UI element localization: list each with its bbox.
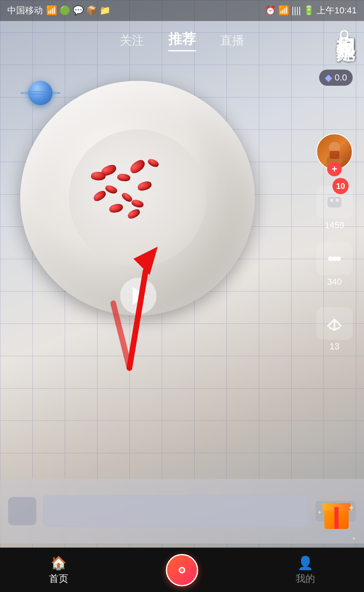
svg-rect-5 [328,197,341,207]
time-label: 上午10:41 [317,4,357,17]
comment-icon-box[interactable] [316,243,353,275]
status-left: 中国移动 📶 🟢 💬 📦 📁 [7,4,110,17]
gift-box [324,507,349,529]
svg-point-15 [180,568,184,572]
berry [92,189,107,203]
like-count-badge: 10 [332,178,349,194]
berry [91,171,106,181]
gift-ribbon [334,507,339,529]
svg-marker-12 [133,247,158,275]
battery-icon: 🔋 [303,5,314,16]
svg-line-13 [113,303,129,368]
berry [137,180,152,192]
share-count-label: 13 [330,341,339,352]
blur-text-block [43,495,309,527]
carrier-label: 中国移动 [7,4,43,17]
like-count-label: 1459 [325,220,345,230]
mine-icon: 👤 [297,555,313,571]
camera-button[interactable] [166,554,198,586]
like-area[interactable]: 1459 [316,186,353,230]
tab-follow[interactable]: 关注 [120,32,144,49]
diamond-value: 0.0 [334,72,347,83]
nav-mine[interactable]: 👤 我的 [296,555,315,585]
search-button[interactable] [338,28,353,47]
bottom-nav: 🏠 首页 👤 我的 [0,548,364,592]
bottom-content-area [0,479,364,543]
signal-bars: |||| [292,5,301,16]
tab-live[interactable]: 直播 [220,32,244,49]
svg-point-10 [336,256,341,261]
berry [147,157,160,169]
berry [117,173,131,182]
saturn-ball [28,81,53,105]
saturn-ring [20,91,61,95]
svg-point-6 [330,199,333,202]
avatar-container[interactable]: + [316,133,353,170]
follow-button[interactable]: + [327,162,342,176]
share-area[interactable]: 13 [316,307,353,352]
nav-home[interactable]: 🏠 首页 [49,555,68,585]
berry [104,184,118,195]
nav-tabs: 关注 推荐 直播 [0,24,364,57]
svg-line-11 [129,271,146,368]
wifi-icon: 📶 [278,5,289,16]
camera-icon-btn[interactable] [166,554,198,586]
home-icon: 🏠 [51,555,67,571]
status-bar: 中国移动 📶 🟢 💬 📦 📁 ⏰ 📶 |||| 🔋 上午10:41 [0,0,364,21]
berry [127,208,142,220]
carrier-icons: 📶 🟢 💬 📦 📁 [46,5,110,16]
status-right: ⏰ 📶 |||| 🔋 上午10:41 [265,4,357,17]
comment-count-label: 340 [327,277,342,287]
svg-line-1 [347,37,351,41]
nav-home-label: 首页 [49,572,68,585]
sparkle-icon: ✦ [348,503,355,513]
share-icon-box[interactable] [316,307,353,340]
blur-avatar [8,497,36,525]
svg-rect-4 [330,151,339,159]
sparkle-icon-small: ✦ [317,509,322,516]
saturn-icon [16,73,65,113]
gift-icon[interactable]: ✦ ✦ ✦ [320,507,353,539]
nav-mine-label: 我的 [296,572,315,585]
sparkle-icon-tiny: ✦ [352,536,356,541]
comment-area[interactable]: 340 [316,243,353,287]
berry [109,203,124,214]
red-arrow-annotation [93,222,166,376]
berry [131,198,144,209]
berry [128,158,147,175]
diamond-icon: ◆ [325,72,332,83]
tab-recommend[interactable]: 推荐 [168,30,196,51]
diamond-badge: ◆ 0.0 [319,70,353,86]
svg-point-7 [336,199,339,202]
alarm-icon: ⏰ [265,5,276,16]
